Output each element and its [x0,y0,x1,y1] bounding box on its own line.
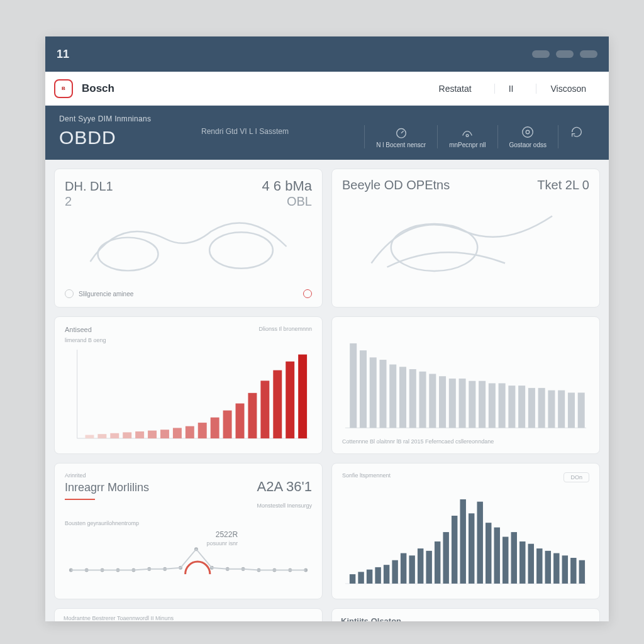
window-pill-2[interactable] [556,50,574,58]
svg-point-2 [523,127,533,138]
svg-rect-77 [418,548,423,584]
chart-right-card: Cottennne Bl olaitnnr lB ral 2015 Fefern… [331,316,600,454]
svg-rect-72 [375,567,380,584]
refresh-icon [570,125,584,139]
svg-rect-41 [479,381,486,428]
svg-rect-11 [110,433,119,438]
target-icon[interactable] [303,289,312,298]
metric-value-caption: Monstestell Inensurgy [65,502,312,509]
svg-rect-30 [370,357,377,428]
hero-metric-1[interactable]: N l Bocent nenscr [364,125,437,148]
svg-rect-87 [502,537,508,584]
svg-rect-34 [409,369,416,428]
panel-left-big: 4 6 bMa [262,178,313,194]
svg-rect-10 [97,434,106,438]
chart-left-card: Antiseed limerand B oeng Dlionss Il bron… [54,316,323,454]
svg-rect-40 [469,381,475,428]
window-index: 11 [57,48,69,61]
svg-rect-75 [401,553,406,584]
metric-inline-caption: posuunr isnr [207,540,238,547]
hero-metric-3[interactable]: Gostaor odss [497,125,558,148]
panel-left-toggle-icon[interactable] [65,289,74,298]
svg-rect-14 [148,431,157,439]
dial-icon [521,125,535,139]
panel-left-illustration [65,209,312,284]
svg-rect-24 [273,370,282,438]
svg-rect-88 [511,532,517,584]
svg-rect-31 [379,360,386,428]
svg-rect-9 [85,435,94,439]
svg-rect-21 [236,404,245,439]
svg-rect-83 [469,513,474,584]
navbar: B Bosch Restatat II Viscoson [45,72,609,106]
panel-right-title: Beeyle OD OPEtns [342,178,450,192]
svg-point-4 [98,238,158,271]
panel-stat-right: Beeyle OD OPEtns Tket 2L 0 [331,169,600,308]
metric-sub-caption: Bousten geyraurilohnentromp [65,520,312,526]
metric-eyebrow: Arinrited [65,472,312,479]
nav-link-1[interactable]: Restatat [425,84,486,94]
svg-rect-37 [439,376,446,428]
sparkline-card: Sonfie ltspmennent DOn [331,463,600,599]
brand-name: Bosch [82,82,114,95]
svg-rect-23 [260,380,269,438]
hero-metrics: N l Bocent nenscr mnPecnpr nll Gostaor o… [364,125,595,148]
svg-rect-35 [419,372,426,428]
svg-rect-92 [545,551,551,584]
svg-rect-36 [429,374,436,428]
strip-left-eyebrow: Modrantne Bestrerer Toaennwordl II Minun… [64,615,313,621]
gauge-icon [394,125,408,139]
brand-logo-icon: B [54,79,73,98]
hero-metric-3-label: Gostaor odss [509,142,547,148]
svg-rect-78 [426,551,431,584]
svg-rect-32 [389,365,396,428]
panel-left-sub: 2 [65,194,72,209]
window-pill-1[interactable] [532,50,550,58]
svg-rect-85 [486,523,491,584]
sparkline-toggle[interactable]: DOn [564,472,589,482]
svg-rect-42 [489,383,496,428]
nav-link-2[interactable]: II [494,84,528,94]
hero-metric-2-label: mnPecnpr nll [449,142,486,148]
svg-rect-73 [384,565,389,584]
chart-right-footer: Cottennne Bl olaitnnr lB ral 2015 Fefern… [342,438,589,445]
svg-rect-12 [123,432,131,438]
svg-point-3 [526,130,530,134]
svg-point-5 [209,232,273,269]
hero-metric-4[interactable] [558,125,595,148]
strip-right-card[interactable]: Kintiits Olsaton [331,608,600,621]
svg-rect-51 [578,392,585,428]
svg-rect-16 [173,428,182,438]
nav-link-3[interactable]: Viscoson [536,84,600,94]
sensor-icon [460,125,474,139]
sparkline-title: Sonfie ltspmennent [342,472,391,482]
svg-rect-93 [553,553,559,584]
chart-left-subtitle: limerand B oeng [65,337,312,343]
svg-rect-15 [160,430,169,438]
svg-rect-71 [367,570,372,584]
panel-left-big2: OBL [287,194,312,209]
panel-right-illustration [342,192,589,287]
window-controls [532,50,597,58]
svg-rect-50 [568,392,575,428]
strip-left-card[interactable]: Modrantne Bestrerer Toaennwordl II Minun… [54,608,323,621]
metric-name: Inreagrr Morlilins [65,481,149,494]
svg-rect-74 [392,560,397,584]
svg-point-6 [391,224,478,271]
svg-rect-96 [579,560,585,584]
svg-rect-22 [248,393,257,438]
svg-rect-38 [449,379,456,428]
hero-metric-2[interactable]: mnPecnpr nll [437,125,497,148]
app-window: 11 B Bosch Restatat II Viscoson Dent Syy… [45,36,609,621]
svg-rect-90 [528,544,534,584]
window-pill-3[interactable] [580,50,597,58]
panel-left-action-label: Slilgurencie aminee [79,291,133,297]
svg-rect-81 [452,516,457,584]
svg-rect-45 [518,386,525,428]
dashboard-body: DH. DL1 4 6 bMa 2 OBL Slilgurencie amine… [45,160,609,621]
svg-rect-43 [499,383,506,428]
svg-rect-47 [538,388,545,428]
svg-rect-79 [435,541,440,584]
hero-metric-1-label: N l Bocent nenscr [376,142,426,148]
chart-right-area [342,326,589,435]
